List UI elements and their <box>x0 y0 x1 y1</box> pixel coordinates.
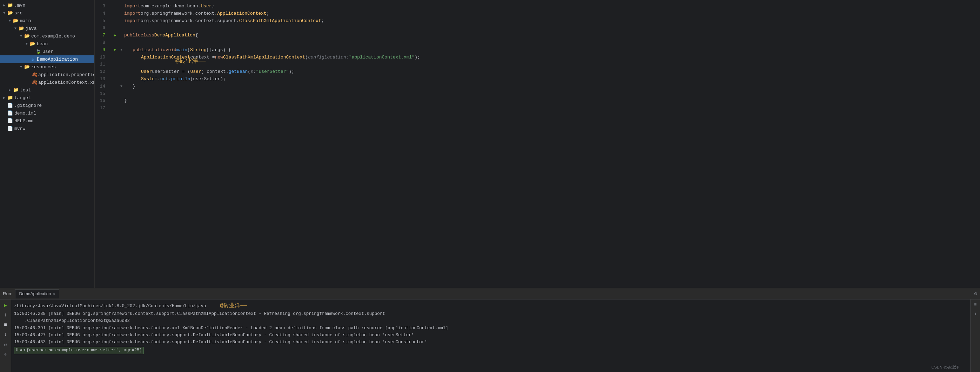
console-line-4: 15:00:46.483 [main] DEBUG org.springfram… <box>14 339 967 346</box>
code-line-15 <box>109 90 980 98</box>
line-num-14: 14 <box>97 83 105 90</box>
sidebar-item-label: .mvn <box>14 3 25 8</box>
editor-content: 3 4 5 6 7 8 9 10 11 12 13 14 15 16 17 <box>95 0 980 288</box>
console-tab[interactable]: DemoApplication × <box>15 289 59 298</box>
code-line-16: } <box>109 97 980 105</box>
sidebar-item-test[interactable]: ▶ 📁 test <box>0 86 94 94</box>
line-numbers: 3 4 5 6 7 8 9 10 11 12 13 14 15 16 17 <box>95 0 109 288</box>
line-num-10: 10 <box>97 54 105 61</box>
tab-label: DemoApplication <box>19 291 51 296</box>
sidebar-item-application-properties[interactable]: ▶ 🍂 application.properties <box>0 71 94 78</box>
sidebar-item-help-md[interactable]: ▶ 📄 HELP.md <box>0 117 94 125</box>
arrow-icon: ▶ <box>2 3 7 7</box>
code-lines: import com.example.demo.bean.User; impor… <box>109 0 980 288</box>
sidebar-item-label: application.properties <box>38 72 95 78</box>
folder-icon: 📁 <box>7 95 13 101</box>
code-line-5: import org.springframework.context.suppo… <box>109 17 980 25</box>
main-layout: ▶ 📁 .mvn ▼ 📂 src ▼ 📂 main ▼ 📂 java ▼ 📂 c… <box>0 0 980 288</box>
sidebar-item-label: DemoApplication <box>37 57 78 62</box>
sidebar-item-demo-iml[interactable]: ▶ 📄 demo.iml <box>0 109 94 117</box>
editor-area: 3 4 5 6 7 8 9 10 11 12 13 14 15 16 17 <box>95 0 980 288</box>
sidebar-item-java[interactable]: ▼ 📂 java <box>0 25 94 32</box>
sidebar-item-label: applicationContext.xml <box>38 80 95 85</box>
arrow-icon: ▶ <box>7 88 13 92</box>
sidebar-item-label: HELP.md <box>14 119 34 123</box>
line-num-9: 9 <box>97 47 105 54</box>
folder-icon: 📁 <box>7 2 13 8</box>
sidebar-item-label: resources <box>31 65 56 70</box>
arrow-icon: ▼ <box>18 34 24 38</box>
arrow-icon: ▼ <box>2 11 7 15</box>
play-button[interactable]: ▶ <box>2 301 10 309</box>
class-icon: ☕ <box>29 57 36 62</box>
git-icon: 📄 <box>7 103 13 108</box>
folder-open-icon: 📂 <box>24 64 30 70</box>
arrow-icon: ▶ <box>2 96 7 100</box>
code-line-7: ▶ public class DemoApplication { <box>109 32 980 39</box>
sidebar-item-user[interactable]: ▶ 🍃 User <box>0 47 94 55</box>
arrow-icon: ▼ <box>7 19 13 23</box>
stop-button[interactable]: ■ <box>2 320 10 329</box>
gear-icon[interactable]: ⚙ <box>974 291 977 297</box>
console-line-path: /Library/Java/JavaVirtualMachines/jdk1.8… <box>14 302 967 310</box>
credit-label: CSDN @砖业洋 <box>932 365 959 370</box>
sidebar-item-resources[interactable]: ▼ 📂 resources <box>0 63 94 71</box>
project-sidebar: ▶ 📁 .mvn ▼ 📂 src ▼ 📂 main ▼ 📂 java ▼ 📂 c… <box>0 0 95 288</box>
line-num-6: 6 <box>97 25 105 32</box>
md-icon: 📄 <box>7 118 13 123</box>
line-num-5: 5 <box>97 17 105 25</box>
spring-class-icon: 🍃 <box>35 49 41 54</box>
arrow-icon: ▼ <box>13 27 18 30</box>
sidebar-item-label: main <box>20 18 31 24</box>
console-line-3: 15:00:46.427 [main] DEBUG org.springfram… <box>14 332 967 339</box>
props-icon: 🍂 <box>32 72 37 78</box>
sidebar-item-main[interactable]: ▼ 📂 main <box>0 17 94 25</box>
scroll-down-button[interactable]: ↓ <box>2 330 10 339</box>
sidebar-item-label: test <box>20 87 31 93</box>
sidebar-item-applicationcontext-xml[interactable]: ▶ 🍂 applicationContext.xml <box>0 78 94 86</box>
sidebar-item-gitignore[interactable]: ▶ 📄 .gitignore <box>0 101 94 109</box>
side-icon-1[interactable]: ≡ <box>972 301 979 309</box>
line-num-13: 13 <box>97 76 105 83</box>
code-line-4: import org.springframework.context.Appli… <box>109 10 980 17</box>
code-line-10: ApplicationContext context = new ClassPa… <box>109 54 980 61</box>
code-line-13: System.out.println(userSetter); <box>109 76 980 83</box>
folder-open-icon: 📂 <box>24 33 30 39</box>
side-icon-2[interactable]: ⬇ <box>972 310 979 318</box>
line-num-11: 11 <box>97 61 105 68</box>
sidebar-item-mvn[interactable]: ▶ 📁 .mvn <box>0 2 94 9</box>
console-toolbar: ▶ ↑ ■ ↓ ↺ ⊘ <box>0 299 11 372</box>
sidebar-item-target[interactable]: ▶ 📁 target <box>0 94 94 101</box>
line-num-3: 3 <box>97 3 105 10</box>
code-line-12: User userSetter = (User) context.getBean… <box>109 68 980 76</box>
code-line-11 <box>109 61 980 68</box>
line-num-17: 17 <box>97 105 105 112</box>
line-num-16: 16 <box>97 97 105 105</box>
scroll-up-button[interactable]: ↑ <box>2 311 10 319</box>
xml-icon: 🍂 <box>32 79 37 85</box>
sidebar-item-mvnw[interactable]: ▶ 📄 mvnw <box>0 125 94 132</box>
code-line-14: ▼ } <box>109 83 980 90</box>
sidebar-item-demo-application[interactable]: ▶ ☕ DemoApplication <box>0 55 94 63</box>
folder-open-icon: 📂 <box>13 18 19 24</box>
line-num-7: 7 <box>97 32 105 39</box>
folder-open-icon: 📂 <box>29 41 36 47</box>
bottom-right-icons: ≡ ⬇ <box>970 299 980 372</box>
run-label: Run: <box>3 291 12 296</box>
folder-icon: 📁 <box>13 87 19 93</box>
console-line-1: 15:00:46.239 [main] DEBUG org.springfram… <box>14 311 967 317</box>
code-line-9: ▶ ▼ public static void main(String[] arg… <box>109 47 980 54</box>
console-line-1b: .ClassPathXmlApplicationContext@5aaa6d82 <box>14 318 967 325</box>
clear-button[interactable]: ⊘ <box>2 350 10 358</box>
code-line-6 <box>109 25 980 32</box>
sidebar-item-bean[interactable]: ▼ 📂 bean <box>0 40 94 47</box>
sidebar-item-src[interactable]: ▼ 📂 src <box>0 9 94 17</box>
tab-close-button[interactable]: × <box>53 292 55 296</box>
arrow-icon: ▼ <box>24 42 29 46</box>
arrow-icon: ▼ <box>18 65 24 69</box>
sidebar-item-label: demo.iml <box>14 111 36 116</box>
code-line-17 <box>109 105 980 112</box>
console-line-2: 15:00:46.391 [main] DEBUG org.springfram… <box>14 325 967 332</box>
sidebar-item-com-example-demo[interactable]: ▼ 📂 com.example.demo <box>0 32 94 40</box>
rerun-button[interactable]: ↺ <box>2 340 10 348</box>
